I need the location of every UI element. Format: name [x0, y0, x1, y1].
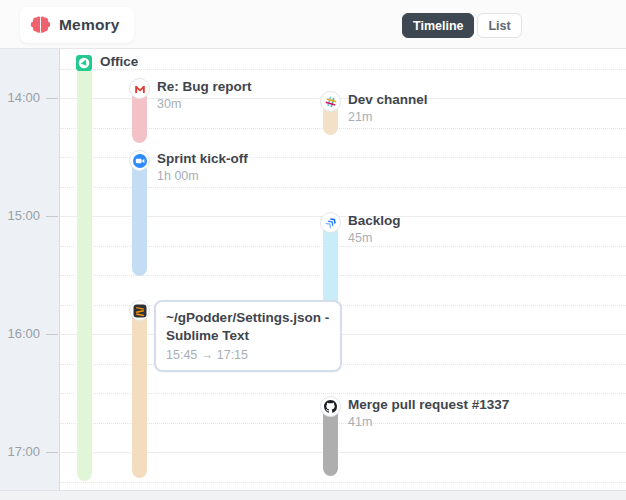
hour-label: 14:00: [7, 90, 40, 105]
quarter-gridline: [60, 275, 626, 276]
event-tooltip: ~/gPodder/Settings.json - Sublime Text 1…: [154, 300, 342, 372]
tab-timeline[interactable]: Timeline: [402, 13, 474, 38]
app-title: Memory: [59, 16, 120, 34]
event-time-range: 15:45 → 17:15: [166, 348, 330, 362]
quarter-gridline: [60, 482, 626, 483]
hour-label: 17:00: [7, 444, 40, 459]
jira-icon: [320, 212, 341, 233]
app-header: Memory Timeline List: [0, 0, 626, 48]
event-title: ~/gPodder/Settings.json - Sublime Text: [166, 309, 330, 345]
gmail-icon: [129, 78, 150, 99]
event-duration: 45m: [348, 231, 401, 245]
event-title: Backlog: [348, 213, 401, 228]
tab-list[interactable]: List: [477, 13, 521, 38]
event-track[interactable]: [132, 153, 147, 276]
sublime-text-icon: [129, 300, 150, 321]
event-duration: 1h 00m: [157, 169, 248, 183]
event-title: Dev channel: [348, 92, 428, 107]
app-logo[interactable]: Memory: [20, 7, 134, 43]
event-title: Re: Bug report: [157, 79, 252, 94]
hour-tick: [46, 334, 58, 335]
github-icon: [320, 396, 341, 417]
event-duration: 41m: [348, 415, 509, 429]
timeline-canvas: Office Re: Bug report 30m: [60, 48, 626, 490]
event-duration: 21m: [348, 110, 428, 124]
hour-tick: [46, 452, 58, 453]
view-toggle: Timeline List: [402, 13, 522, 38]
event-title: Merge pull request #1337: [348, 397, 509, 412]
hour-tick: [46, 216, 58, 217]
quarter-gridline: [60, 69, 626, 70]
event-title: Office: [100, 54, 138, 69]
event-duration: 30m: [157, 97, 252, 111]
event-title: Sprint kick-off: [157, 151, 248, 166]
hour-label: 15:00: [7, 208, 40, 223]
location-pin-icon: [76, 55, 92, 71]
event-track[interactable]: [77, 56, 92, 481]
slack-icon: [320, 91, 341, 112]
time-axis: 14:0015:0016:0017:00: [0, 48, 60, 490]
brain-icon: [30, 15, 51, 35]
hour-tick: [46, 98, 58, 99]
zoom-icon: [129, 150, 150, 171]
event-track[interactable]: [132, 303, 147, 478]
panel-footer: [0, 490, 626, 500]
hour-label: 16:00: [7, 326, 40, 341]
